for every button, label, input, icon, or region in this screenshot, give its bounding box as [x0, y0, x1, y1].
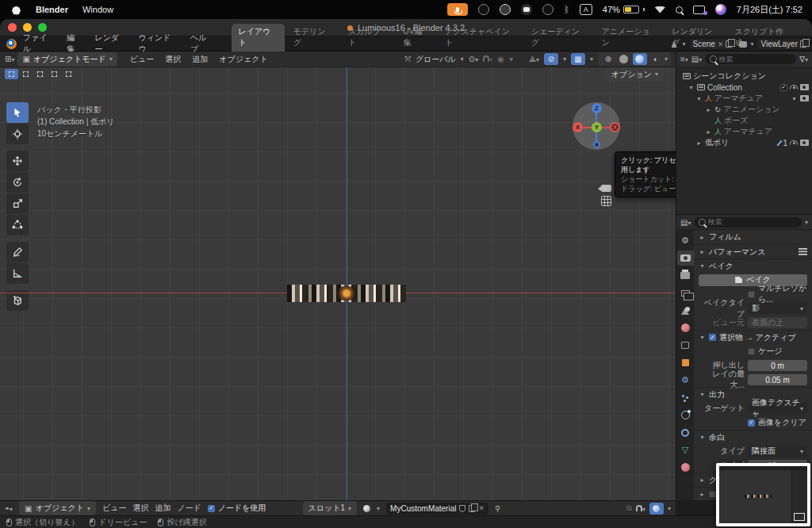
tool-select-box[interactable] — [6, 102, 29, 123]
workspace-tab-texture-paint[interactable]: テクスチャペイント — [438, 24, 523, 52]
margin-type-dropdown[interactable]: 隣接面▾ — [748, 446, 807, 457]
outliner-search-input[interactable] — [719, 55, 792, 63]
siri-icon[interactable] — [715, 4, 726, 15]
shader-menu-add[interactable]: 追加 — [155, 503, 170, 514]
use-nodes-checkbox[interactable]: ✓ — [208, 505, 215, 512]
toggle-ortho-grid-icon[interactable] — [601, 196, 611, 206]
disable-in-render-icon[interactable] — [800, 95, 809, 101]
props-tab-scene[interactable] — [677, 303, 694, 318]
proportional-editing-icon[interactable]: ◉ — [497, 55, 504, 63]
editor-type-shader-icon[interactable]: ◓▾ — [5, 504, 13, 513]
disable-in-render-icon[interactable] — [800, 140, 809, 146]
scene-selector[interactable]: Scene ✕ — [689, 38, 737, 50]
hide-in-viewport-icon[interactable] — [790, 139, 798, 147]
props-tab-collection[interactable] — [677, 338, 694, 353]
cage-checkbox[interactable] — [748, 348, 755, 355]
chevron-down-icon[interactable]: ▾ — [461, 55, 464, 63]
outliner-filter-icon[interactable]: ∇▾ — [799, 55, 808, 63]
props-tab-output[interactable] — [677, 268, 694, 283]
viewport-3d[interactable]: オプション▾ — [0, 67, 676, 500]
slot-link-icon[interactable]: ⧉ — [626, 503, 632, 513]
workspace-tab-uv[interactable]: UV編集 — [396, 24, 436, 52]
xray-chevron[interactable]: ▾ — [590, 55, 593, 63]
selected-to-active-checkbox[interactable]: ✓ — [709, 334, 716, 341]
battery-indicator[interactable]: 47% — [603, 5, 645, 14]
viewport-menu-add[interactable]: 追加 — [192, 54, 208, 65]
collapse-icon[interactable]: ▾ — [695, 95, 703, 102]
tool-measure[interactable] — [6, 263, 29, 284]
material-name-field[interactable]: MyCustomMaterial ✕ — [386, 503, 488, 515]
proportional-falloff-chevron[interactable]: ▾ — [509, 55, 513, 63]
props-tab-render[interactable] — [677, 251, 694, 266]
shader-overlay-icon[interactable] — [649, 503, 664, 515]
panel-bake[interactable]: ▾ベイク — [694, 258, 812, 273]
tool-cursor[interactable] — [6, 124, 29, 144]
wifi-icon[interactable] — [655, 6, 665, 13]
props-tab-material[interactable] — [677, 460, 694, 475]
overlays-toggle-icon[interactable]: ⊘ — [544, 53, 558, 65]
outliner-row-lowpoly[interactable]: ▸ 低ポリ 1 — [676, 137, 812, 148]
panel-performance[interactable]: ▸パフォーマンス — [694, 244, 812, 258]
macos-app-menu[interactable]: Blender — [36, 5, 68, 14]
gizmo-neg-z-axis[interactable] — [593, 141, 600, 148]
view-layer-selector[interactable]: ViewLayer — [756, 38, 810, 50]
obs-tray-icon[interactable] — [478, 4, 489, 15]
shading-wireframe-icon[interactable]: ⊕ — [601, 53, 615, 65]
show-gizmo-dropdown[interactable]: ⟁▾ — [529, 55, 539, 64]
editor-type-3dviewport-icon[interactable]: ⊞▾ — [5, 55, 14, 63]
snap-settings-chevron[interactable]: ▾ — [489, 56, 492, 63]
chevron-down-icon[interactable]: ▾ — [791, 95, 798, 102]
viewport-menu-select[interactable]: 選択 — [165, 54, 181, 65]
menu-bar-clock[interactable]: 7月26日(土) 7:52 — [737, 4, 802, 16]
target-dropdown[interactable]: 画像テクスチャ▾ — [748, 403, 807, 414]
material-slot-dropdown[interactable]: スロット1▾ — [303, 501, 358, 515]
clear-image-checkbox[interactable]: ✓ — [748, 419, 755, 427]
props-tab-tool[interactable]: ⚙ — [677, 233, 694, 248]
tool-rotate[interactable] — [6, 172, 29, 193]
tool-move[interactable] — [6, 151, 29, 171]
workspace-tab-sculpting[interactable]: スカルプト — [341, 24, 394, 52]
lowpoly-textured-object[interactable] — [287, 285, 406, 302]
outliner-display-mode-icon[interactable]: ≡▾ — [680, 55, 688, 63]
microphone-indicator[interactable] — [447, 3, 468, 16]
workspace-tab-modeling[interactable]: モデリング — [286, 24, 339, 52]
props-tab-constraints[interactable] — [677, 425, 694, 440]
outliner-search[interactable] — [705, 54, 796, 64]
workspace-tab-shading[interactable]: シェーディング — [524, 24, 593, 52]
extrusion-slider[interactable]: 0 m — [748, 360, 807, 371]
outliner-row-collection[interactable]: ▾ Collection ✓ — [676, 82, 812, 93]
outliner-row-animation[interactable]: ▸ ↻ アニメーション — [676, 104, 812, 115]
blender-logo-icon[interactable] — [6, 39, 17, 49]
unlink-material-icon[interactable]: ✕ — [478, 504, 485, 512]
freestyle-checkbox[interactable] — [709, 491, 716, 498]
view-layer-chevron[interactable]: ▾ — [750, 40, 753, 48]
multires-checkbox[interactable] — [748, 291, 755, 298]
line-app-tray-icon[interactable] — [521, 4, 532, 15]
bluetooth-icon[interactable]: ᛒ — [564, 5, 569, 14]
new-scene-icon[interactable] — [726, 40, 732, 48]
presets-icon[interactable] — [799, 248, 807, 255]
panel-film[interactable]: ▸フィルム — [694, 230, 812, 244]
expand-icon[interactable]: ▸ — [705, 128, 712, 136]
shader-type-dropdown[interactable]: ▣ オブジェクト▾ — [19, 501, 96, 515]
expand-icon[interactable]: ▸ — [695, 140, 703, 147]
browse-material-chevron[interactable]: ▾ — [377, 505, 380, 512]
bake-type-dropdown[interactable]: 影▾ — [748, 303, 807, 314]
shader-menu-node[interactable]: ノード — [177, 503, 201, 514]
input-source-badge[interactable]: A — [580, 4, 592, 15]
select-mode-extend-icon[interactable] — [19, 69, 33, 79]
max-ray-slider[interactable]: 0.05 m — [748, 374, 807, 385]
shader-snap-icon[interactable] — [636, 505, 642, 511]
gizmo-z-axis[interactable]: Z — [592, 103, 602, 113]
macos-window-menu[interactable]: Window — [82, 5, 113, 14]
shading-chevron[interactable]: ▾ — [665, 55, 668, 63]
editor-type-properties-icon[interactable]: ▤▾ — [680, 218, 691, 227]
pin-icon[interactable]: ⚲ — [495, 504, 500, 513]
unlink-scene-icon[interactable]: ✕ — [718, 40, 724, 48]
gizmo-neg-x-axis[interactable]: X — [610, 122, 620, 132]
gizmo-y-axis[interactable]: Y — [592, 122, 602, 132]
select-mode-set-icon[interactable] — [5, 69, 18, 79]
collapse-icon[interactable]: ▾ — [688, 84, 695, 91]
select-mode-intersect-icon[interactable] — [62, 69, 75, 79]
properties-search-input[interactable] — [708, 218, 797, 226]
